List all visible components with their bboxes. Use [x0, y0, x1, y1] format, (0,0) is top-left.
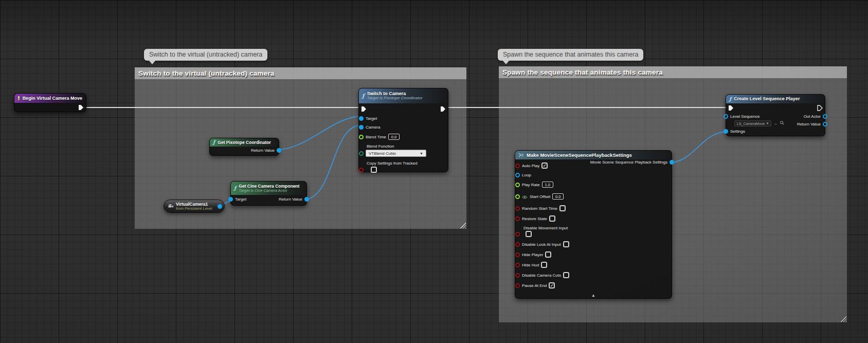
return-value-pin[interactable] [823, 122, 827, 127]
loop-pin[interactable] [515, 173, 520, 177]
pin-label: Target [235, 197, 246, 202]
disable-camera-cuts-pin[interactable] [515, 273, 520, 278]
pin-label: Settings [730, 129, 745, 134]
pin-label: Disable Look At Input [522, 242, 561, 247]
hide-player-checkbox[interactable]: ✓ [545, 251, 551, 258]
play-rate-pin[interactable] [515, 183, 520, 187]
browse-asset-icon[interactable] [780, 121, 784, 126]
variable-out-pin[interactable] [218, 204, 222, 209]
use-selected-asset-icon[interactable]: ← [773, 121, 778, 126]
blend-time-input[interactable]: 0.0 [388, 134, 400, 140]
pin-label: Pause At End [522, 283, 547, 288]
target-pin[interactable] [359, 116, 364, 121]
node-make-playback-settings[interactable]: Make MovieSceneSequencePlaybackSettings … [515, 150, 672, 299]
function-icon: ƒ [234, 186, 236, 190]
target-pin[interactable] [228, 197, 233, 202]
comment-resize-handle[interactable] [459, 222, 466, 228]
blend-time-pin[interactable] [359, 135, 364, 139]
exec-out-pin[interactable] [78, 104, 84, 111]
pin-label: Hide Hud [522, 263, 539, 267]
function-icon: ƒ [213, 140, 215, 145]
tooltip-text: Switch to the virtual (untracked) camera [144, 49, 267, 61]
return-value-pin[interactable] [277, 148, 281, 153]
disable-camera-cuts-checkbox[interactable]: ✓ [563, 272, 569, 278]
collapse-node-arrow[interactable]: ▲ [591, 293, 595, 298]
hide-player-pin[interactable] [515, 252, 520, 257]
copy-settings-checkbox[interactable]: ✓ [371, 167, 377, 173]
node-subtitle: Target is Pixotope Coordinator [367, 96, 423, 100]
restore-state-checkbox[interactable]: ✓ [549, 215, 555, 222]
settings-pin[interactable] [724, 129, 728, 134]
node-get-cine-camera-component[interactable]: ƒ Get Cine Camera Component Target is Ci… [230, 181, 307, 206]
pin-label: Blend Time [366, 135, 386, 139]
make-struct-icon [518, 150, 524, 159]
comment-switch-camera-titlebar[interactable]: Switch to the virtual (untracked) camera [135, 67, 466, 79]
node-switch-to-camera[interactable]: ƒ Switch to Camera Target is Pixotope Co… [358, 88, 448, 172]
pin-label: Disable Camera Cuts [522, 273, 561, 278]
disable-movement-input-checkbox[interactable]: ✓ [526, 231, 532, 237]
pin-label: Auto Play [522, 164, 539, 168]
comment-title: Spawn the sequence that animates this ca… [502, 68, 663, 76]
pin-label: Return Value [797, 122, 821, 127]
disable-look-at-input-pin[interactable] [515, 242, 520, 247]
exec-in-pin[interactable] [728, 105, 734, 111]
camera-icon [168, 202, 174, 211]
play-rate-input[interactable]: 1.0 [542, 182, 553, 188]
custom-event-icon [17, 96, 20, 101]
node-virtualcamera1[interactable]: VirtualCamera1 from Persistent Level [164, 200, 225, 213]
function-icon: ƒ [362, 94, 365, 98]
pin-label: Blend Function [367, 144, 445, 149]
node-subtitle: Target is Cine Camera Actor [239, 188, 299, 193]
return-value-pin[interactable] [304, 197, 309, 202]
exec-out-pin[interactable] [817, 105, 823, 111]
restore-state-pin[interactable] [515, 216, 520, 221]
node-get-pixotope-coordinator[interactable]: ƒ Get Pixotope Coordinator Return Value [209, 138, 279, 156]
pin-label: Copy Settings from Tracked [367, 161, 445, 166]
pin-label: Play Rate [522, 183, 540, 187]
start-offset-pin[interactable] [515, 194, 520, 199]
node-create-level-sequence-player[interactable]: ƒ Create Level Sequence Player Level Seq… [726, 94, 825, 136]
camera-pin[interactable] [359, 125, 364, 130]
exec-in-pin[interactable] [361, 106, 367, 112]
blend-function-dropdown[interactable]: VTBlend Cubic ▼ [366, 150, 426, 157]
pin-label: Disable Movement Input [523, 226, 669, 230]
pin-label: Return Value [251, 148, 275, 153]
level-sequence-pin[interactable] [724, 114, 728, 119]
pin-label: Movie Scene Sequence Playback Settings [590, 160, 667, 165]
disable-movement-input-pin[interactable] [515, 232, 520, 237]
out-actor-pin[interactable] [823, 114, 827, 119]
pin-label: Out Actor [804, 114, 821, 119]
auto-play-checkbox[interactable]: ✓ [541, 163, 548, 169]
start-offset-input[interactable]: 0.0 [552, 193, 564, 200]
random-start-time-checkbox[interactable]: ✓ [559, 205, 566, 211]
function-icon: ƒ [729, 97, 731, 101]
hide-hud-pin[interactable] [515, 263, 520, 267]
random-start-time-pin[interactable] [515, 206, 520, 211]
pin-label: Return Value [279, 197, 302, 202]
blend-function-pin[interactable] [359, 151, 364, 156]
tooltip-switch-camera: Switch to the virtual (untracked) camera [144, 49, 267, 61]
eye-icon [522, 192, 528, 201]
comment-resize-handle[interactable] [840, 315, 846, 322]
disable-look-at-input-checkbox[interactable]: ✓ [563, 241, 569, 247]
pin-label: Start Offset [530, 194, 550, 199]
variable-subtitle: from Persistent Level [176, 207, 212, 211]
level-sequence-asset-dropdown[interactable]: LS_CameraMove ▼ [734, 120, 771, 127]
hide-hud-checkbox[interactable]: ✓ [541, 262, 547, 268]
pin-label: Level Sequence [730, 114, 760, 119]
node-title: Create Level Sequence Player [734, 96, 800, 101]
node-begin-virtual-camera-move[interactable]: Begin Virtual Camera Move [14, 93, 86, 112]
auto-play-pin[interactable] [515, 164, 520, 168]
pause-at-end-checkbox[interactable]: ✓ [549, 282, 555, 288]
pin-label: Random Start Time [522, 206, 557, 211]
exec-out-pin[interactable] [440, 106, 446, 112]
playback-settings-out-pin[interactable] [670, 160, 674, 165]
pause-at-end-pin[interactable] [515, 283, 520, 288]
pin-label: Restore State [522, 216, 547, 221]
pin-label: Target [366, 116, 377, 121]
node-title: Get Pixotope Coordinator [218, 140, 270, 145]
pin-label: Hide Player [522, 252, 543, 257]
comment-title: Switch to the virtual (untracked) camera [138, 69, 275, 77]
copy-settings-pin[interactable] [359, 168, 364, 172]
comment-spawn-sequence-titlebar[interactable]: Spawn the sequence that animates this ca… [499, 66, 847, 78]
